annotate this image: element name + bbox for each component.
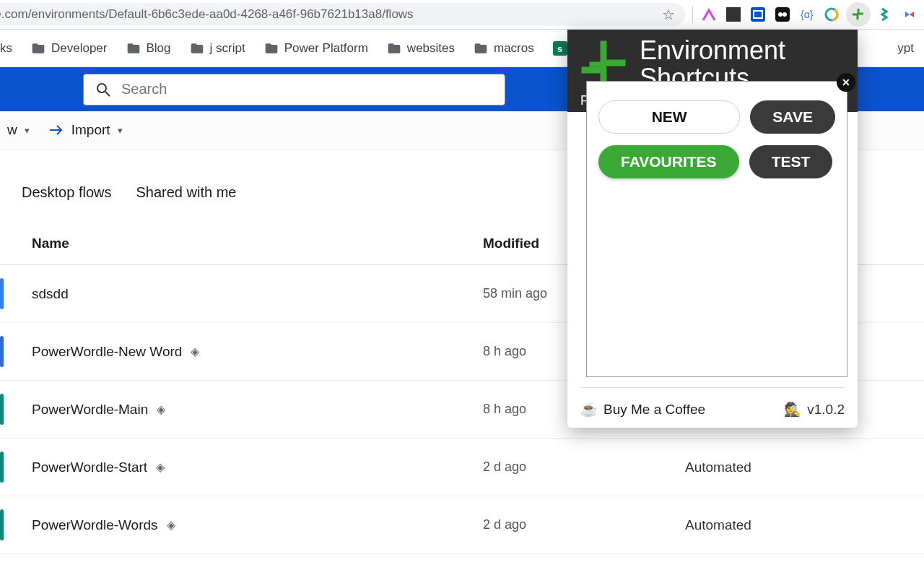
bookmark-folder[interactable]: Power Platform xyxy=(258,38,374,59)
ext-icon-9[interactable] xyxy=(899,4,920,25)
svg-point-4 xyxy=(778,12,783,17)
bookmark-folder[interactable]: Blog xyxy=(121,38,177,59)
table-row[interactable]: PowerWordle-Words ◈2 d agoAutomated xyxy=(0,496,924,554)
bookmark-folder[interactable]: websites xyxy=(381,38,461,59)
svg-point-5 xyxy=(783,12,787,17)
command-item[interactable]: w▾ xyxy=(3,119,34,141)
premium-icon: ◈ xyxy=(157,402,165,416)
ext-icon-1[interactable] xyxy=(699,4,719,25)
extension-icons: {α} xyxy=(694,2,924,27)
column-name[interactable]: Name xyxy=(32,236,483,251)
import-icon xyxy=(48,124,66,137)
ext-icon-4[interactable] xyxy=(772,4,793,25)
flow-name: PowerWordle-Main ◈ xyxy=(32,402,483,418)
search-box[interactable] xyxy=(83,74,505,105)
flow-name: PowerWordle-New Word ◈ xyxy=(32,344,483,360)
test-button[interactable]: TEST xyxy=(749,145,833,178)
chevron-down-icon: ▾ xyxy=(25,125,30,136)
ext-icon-active[interactable] xyxy=(846,2,871,27)
ext-icon-5[interactable]: {α} xyxy=(797,4,817,25)
close-button[interactable]: ✕ xyxy=(837,73,855,92)
flow-name: sdsdd xyxy=(32,286,483,302)
ext-icon-6[interactable] xyxy=(821,4,842,25)
table-row[interactable]: PowerWordle-Start ◈2 d agoAutomated xyxy=(0,439,924,496)
svg-text:{α}: {α} xyxy=(801,9,814,20)
flow-type: Automated xyxy=(685,460,924,475)
extension-popup: Environment Shortcuts Po ✕ NEW SAVE FAVO… xyxy=(567,30,858,428)
premium-icon: ◈ xyxy=(191,345,199,358)
flow-name: PowerWordle-Words ◈ xyxy=(32,517,483,533)
chevron-down-icon: ▾ xyxy=(118,125,123,136)
search-icon xyxy=(95,82,111,98)
svg-point-11 xyxy=(97,84,106,92)
url-field[interactable]: mate.com/environments/Default-6b6c3ede-a… xyxy=(0,3,685,26)
ext-icon-3[interactable] xyxy=(748,4,768,25)
flow-name: PowerWordle-Start ◈ xyxy=(32,460,483,475)
bookmark-star-icon[interactable]: ☆ xyxy=(662,6,675,23)
bookmark-folder[interactable]: j script xyxy=(184,38,251,59)
avatar-icon: 🕵️ xyxy=(784,401,801,418)
extension-body: ✕ NEW SAVE FAVOURITES TEST xyxy=(586,81,847,377)
buy-coffee-link[interactable]: ☕ Buy Me a Coffee xyxy=(580,401,705,418)
url-text: mate.com/environments/Default-6b6c3ede-a… xyxy=(0,7,414,22)
coffee-icon: ☕ xyxy=(580,401,598,418)
favourites-button[interactable]: FAVOURITES xyxy=(598,145,739,178)
save-button[interactable]: SAVE xyxy=(750,100,835,134)
extension-title-1: Environment xyxy=(640,37,785,64)
bookmark-folder[interactable]: macros xyxy=(468,38,540,59)
search-input[interactable] xyxy=(121,81,493,98)
bookmark-item[interactable]: ks xyxy=(0,38,18,59)
premium-icon: ◈ xyxy=(156,460,165,474)
flow-type: Automated xyxy=(685,517,924,533)
ext-icon-8[interactable] xyxy=(875,4,895,25)
svg-line-12 xyxy=(105,92,110,96)
premium-icon: ◈ xyxy=(167,518,175,532)
bookmark-folder[interactable]: Developer xyxy=(25,38,113,59)
version-label: 🕵️ v1.0.2 xyxy=(784,401,845,418)
command-import[interactable]: Import ▾ xyxy=(44,119,127,141)
browser-address-bar: mate.com/environments/Default-6b6c3ede-a… xyxy=(0,0,924,30)
ext-icon-2[interactable] xyxy=(723,4,744,25)
tab-desktop-flows[interactable]: Desktop flows xyxy=(22,184,112,201)
svg-text:s: s xyxy=(557,43,562,54)
svg-rect-0 xyxy=(726,7,741,22)
tab-shared-with-me[interactable]: Shared with me xyxy=(136,184,237,201)
new-button[interactable]: NEW xyxy=(598,100,740,134)
bookmark-item[interactable]: ypt xyxy=(892,38,924,59)
flow-modified: 2 d ago xyxy=(483,517,685,532)
flow-modified: 2 d ago xyxy=(483,460,685,475)
extension-footer: ☕ Buy Me a Coffee 🕵️ v1.0.2 xyxy=(580,387,845,418)
